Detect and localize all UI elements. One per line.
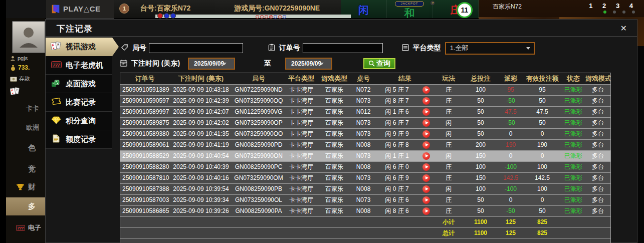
cell-result: 闲 6 庄 9 <box>376 173 418 183</box>
round-id-input[interactable] <box>149 43 243 53</box>
person-icon <box>10 56 16 61</box>
video-table-title: 百家乐N72 <box>493 3 522 11</box>
table-row[interactable]: 250909105913890 2025-09-09 10:43:18 GN07… <box>120 85 610 96</box>
lobby-nav-item[interactable]: 色 <box>6 140 45 155</box>
avatar[interactable] <box>12 21 45 53</box>
cell-total-bet: 150 <box>463 151 498 161</box>
play-result-button[interactable] <box>422 163 430 171</box>
chevron-down-icon <box>526 47 530 50</box>
cell-replay <box>418 173 434 183</box>
cell-total-bet: 100 <box>463 85 498 95</box>
cell-order-id: 250909105868651 <box>120 206 169 216</box>
list-icon <box>402 44 409 51</box>
cell-replay <box>418 118 434 128</box>
col-header: 玩法 <box>434 73 463 84</box>
play-result-button[interactable] <box>422 196 430 204</box>
cell-bet-on: 闲 <box>434 118 463 128</box>
game-table-strip: 1 台号:百家乐N72 游戏局号:GN072259090NE 闲 JACKPOT… <box>114 0 479 18</box>
play-result-button[interactable] <box>422 130 430 138</box>
svg-text:777: 777 <box>18 226 24 230</box>
camera-numbers[interactable]: 1 2 3 4 <box>589 2 637 10</box>
deposit-row[interactable]: 存款 <box>10 75 30 83</box>
cell-order-id: 250909105905979 <box>120 96 169 106</box>
cell-bet-on: 庄 <box>434 107 463 117</box>
date-from-select[interactable]: 2025/09/09 <box>188 58 235 70</box>
lobby-nav-item[interactable]: 777 电子 <box>6 220 45 235</box>
date-to-select[interactable]: 2025/09/09 <box>285 58 332 70</box>
play-result-button[interactable] <box>422 185 430 193</box>
video-category-row[interactable]: 9 K♥ <box>10 87 20 96</box>
cell-bet-time: 2025-09-09 10:42:39 <box>169 96 233 106</box>
play-result-button[interactable] <box>422 152 430 160</box>
countdown-timer: 11 <box>457 2 473 18</box>
table-row[interactable]: 250909105890610 2025-09-09 10:41:19 GN00… <box>120 140 610 151</box>
table-row[interactable]: 250909105882802 2025-09-09 10:40:39 GN00… <box>120 162 610 173</box>
cell-result: 闲 8 庄 6 <box>376 206 418 216</box>
cell-valid-bet: 100 <box>523 184 561 194</box>
cell-game-type: 百家乐 <box>318 206 351 216</box>
cell-round-id: GN073259090OO <box>233 129 285 139</box>
table-row[interactable]: 250909105899976 2025-09-09 10:42:07 GN01… <box>120 107 610 118</box>
lobby-nav-item[interactable]: 竞 <box>6 161 45 176</box>
sidebar-item-points[interactable]: 积分查询 <box>46 112 112 130</box>
table-row[interactable]: 250909105905979 2025-09-09 10:42:39 GN07… <box>120 96 610 107</box>
sidebar-item-quota-records[interactable]: 额度记录 <box>46 130 112 149</box>
cell-bet-on: 庄 <box>434 96 463 106</box>
search-button[interactable]: 查询 <box>363 58 395 69</box>
cell-total-bet: 50 <box>463 107 498 117</box>
play-result-button[interactable] <box>422 141 430 149</box>
sidebar-item-video-games[interactable]: 9 K♥ 视讯游戏 <box>46 38 119 56</box>
order-id-input[interactable] <box>303 43 383 53</box>
col-header: 总投注 <box>463 73 498 84</box>
table-row[interactable]: 250909105898756 2025-09-09 10:42:02 GN07… <box>120 118 610 129</box>
play-result-button[interactable] <box>422 97 430 105</box>
platform-type-select[interactable]: 1.全部 <box>445 42 535 55</box>
table-row[interactable]: 250909105873884 2025-09-09 10:39:54 GN00… <box>120 184 610 195</box>
sidebar-item-table-games[interactable]: 桌面游戏 <box>46 75 112 93</box>
cell-total-bet: 100 <box>463 184 498 194</box>
col-header: 下注时间 (美东) <box>169 73 233 84</box>
cell-status: 已派彩 <box>561 118 585 128</box>
cell-replay <box>418 129 434 139</box>
cell-total-bet: 50 <box>463 96 498 106</box>
cell-game-type: 百家乐 <box>318 129 351 139</box>
cell-round-id: GN012259090VG <box>233 107 285 117</box>
cell-result: 闲 1 庄 6 <box>376 107 418 117</box>
cell-platform: 卡卡湾厅 <box>285 107 318 117</box>
cell-table-no: N073 <box>351 195 376 205</box>
table-row[interactable]: 250909105870031 2025-09-09 10:39:34 GN07… <box>120 195 610 206</box>
lobby-nav-item[interactable]: 财 <box>6 179 45 194</box>
lobby-nav-item[interactable]: 捕 <box>6 239 45 243</box>
playing-cards-icon: 9 K♥ <box>50 42 62 52</box>
play-result-button[interactable] <box>422 108 430 116</box>
play-result-button[interactable] <box>422 119 430 127</box>
title-divider <box>46 37 637 37</box>
sidebar-item-match-records[interactable]: 比赛记录 <box>46 93 112 112</box>
screen-edge <box>0 0 6 243</box>
cell-status: 已派彩 <box>561 96 585 106</box>
bet-zone-tie[interactable]: JACKPOT ? 和 <box>387 0 433 18</box>
record-type-menu: 9 K♥ 视讯游戏 777 电子老虎机 <box>46 38 119 149</box>
table-row[interactable]: 250909105868651 2025-09-09 10:39:26 GN00… <box>120 206 610 217</box>
tag-icon <box>121 44 128 51</box>
cell-round-id: GN073259090OP <box>233 118 285 128</box>
close-icon[interactable]: ✕ <box>618 23 629 34</box>
cell-table-no: N073 <box>351 118 376 128</box>
cell-payout: -100 <box>498 184 523 194</box>
sidebar-item-slots[interactable]: 777 电子老虎机 <box>46 56 112 75</box>
play-result-button[interactable] <box>422 207 430 215</box>
table-row[interactable]: 250909105878105 2025-09-09 10:40:16 GN07… <box>120 173 610 184</box>
lobby-nav-item[interactable]: 欧洲 <box>6 120 45 135</box>
total-payout: 125 <box>498 228 523 238</box>
cell-platform: 卡卡湾厅 <box>285 162 318 172</box>
play-result-button[interactable] <box>422 86 430 94</box>
table-row[interactable]: 250909105885293 2025-09-09 10:40:54 GN07… <box>120 151 610 162</box>
lane-markers <box>157 13 176 19</box>
play-result-button[interactable] <box>422 174 430 182</box>
subtotal-total: 1100 <box>463 217 498 227</box>
lobby-nav-item-active[interactable]: 多 <box>6 197 45 215</box>
lobby-nav-item[interactable]: 卡卡 <box>6 101 45 116</box>
cell-total-bet: 100 <box>463 162 498 172</box>
search-icon <box>368 60 375 67</box>
table-row[interactable]: 250909105893800 2025-09-09 10:41:35 GN07… <box>120 129 610 140</box>
